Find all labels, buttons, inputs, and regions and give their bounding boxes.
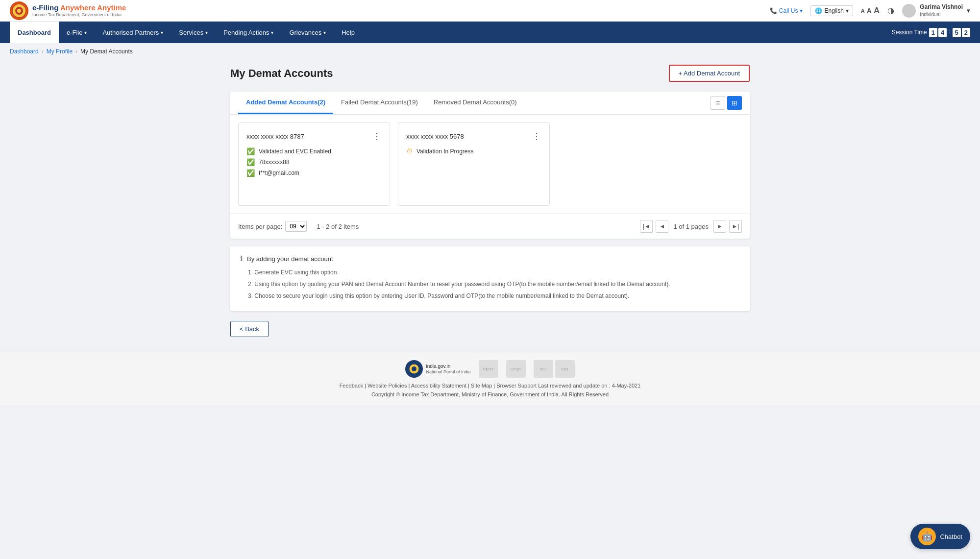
page-last-button[interactable]: ►|: [729, 220, 742, 233]
breadcrumb: Dashboard › My Profile › My Demat Accoun…: [0, 43, 980, 60]
logo-text: e-Filing Anywhere Anytime Income Tax Dep…: [32, 3, 126, 18]
demat-card-2-header: xxxx xxxx xxxx 5678 ⋮: [406, 131, 541, 142]
nav-grievances[interactable]: Grievances ▾: [281, 22, 334, 43]
avatar: [902, 4, 916, 18]
footer-logos: india.gov.inNational Portal of India CER…: [10, 360, 970, 378]
page-prev-button[interactable]: ◄: [656, 220, 668, 233]
call-us-button[interactable]: 📞 Call Us ▾: [770, 7, 803, 14]
page-info: 1 of 1 pages: [671, 223, 710, 230]
info-box: ℹ By adding your demat account Generate …: [230, 246, 750, 311]
page-next-button[interactable]: ►: [713, 220, 726, 233]
partners-chevron: ▾: [161, 30, 163, 35]
user-info: Garima Vishnoi Individual: [920, 3, 963, 18]
demat-card-2-menu[interactable]: ⋮: [532, 131, 541, 142]
top-bar-left: e-Filing Anywhere Anytime Income Tax Dep…: [10, 1, 126, 20]
item-count: 1 - 2 of 2 items: [317, 223, 359, 230]
demat-card-1-email-row: ✅ t**t@gmail.com: [246, 169, 382, 177]
grid-view-button[interactable]: ⊞: [727, 96, 742, 110]
nav-bar: Dashboard e-File ▾ Authorised Partners ▾…: [0, 22, 980, 43]
nav-pending-actions[interactable]: Pending Actions ▾: [216, 22, 281, 43]
info-item-1: Generate EVC using this option.: [240, 268, 740, 277]
phone-icon: 📞: [770, 7, 777, 14]
breadcrumb-sep-1: ›: [42, 48, 44, 55]
demat-card-2-status-row: ⏱ Validation In Progress: [406, 147, 541, 155]
pagination-controls: |◄ ◄ 1 of 1 pages ► ►|: [640, 220, 742, 233]
globe-icon: 🌐: [815, 7, 822, 14]
check-icon-1: ✅: [246, 147, 255, 155]
footer-logos-right: ISO ISO: [534, 360, 575, 378]
logo-emblem: [10, 1, 28, 20]
breadcrumb-profile[interactable]: My Profile: [47, 48, 73, 55]
session-digit-3: 5: [953, 28, 961, 37]
page-title: My Demat Accounts: [230, 67, 333, 80]
efile-chevron: ▾: [84, 30, 87, 35]
pagination-bar: Items per page: 09 18 27 1 - 2 of 2 item…: [230, 214, 750, 239]
info-box-header: ℹ By adding your demat account: [240, 254, 740, 263]
breadcrumb-dashboard[interactable]: Dashboard: [10, 48, 39, 55]
svg-point-2: [17, 9, 21, 13]
breadcrumb-current: My Demat Accounts: [80, 48, 133, 55]
demat-card-1-email: t**t@gmail.com: [259, 170, 299, 176]
top-bar-right: 📞 Call Us ▾ 🌐 English ▾ A A A ◑ Garima V…: [770, 3, 970, 18]
india-gov-label: india.gov.inNational Portal of India: [426, 364, 470, 374]
demat-card-1-menu[interactable]: ⋮: [372, 131, 382, 142]
nav-authorised-partners[interactable]: Authorised Partners ▾: [95, 22, 171, 43]
items-per-page: Items per page: 09 18 27: [238, 221, 307, 232]
page-first-button[interactable]: |◄: [640, 220, 653, 233]
tab-failed-demat[interactable]: Failed Demat Accounts(19): [333, 92, 426, 114]
session-digit-4: 2: [962, 28, 970, 37]
items-per-page-label: Items per page:: [238, 223, 282, 230]
svg-point-4: [412, 366, 416, 371]
nav-dashboard[interactable]: Dashboard: [10, 22, 59, 43]
demat-card-1: xxxx xxxx xxxx 8787 ⋮ ✅ Validated and EV…: [238, 122, 390, 206]
grievances-chevron: ▾: [323, 30, 326, 35]
breadcrumb-sep-2: ›: [75, 48, 77, 55]
demat-card-2-number: xxxx xxxx xxxx 5678: [406, 133, 464, 140]
add-demat-account-button[interactable]: + Add Demat Account: [669, 65, 750, 82]
logo-efiling: e-Filing Anywhere Anytime: [32, 3, 126, 12]
demat-card-1-header: xxxx xxxx xxxx 8787 ⋮: [246, 131, 382, 142]
font-medium-button[interactable]: A: [867, 7, 872, 15]
per-page-select[interactable]: 09 18 27: [285, 221, 307, 232]
demat-card-1-mobile-row: ✅ 78xxxxxx88: [246, 158, 382, 166]
footer-logo-4: ISO: [534, 360, 553, 378]
session-digit-2: 4: [938, 28, 947, 37]
footer-links: Feedback | Website Policies | Accessibil…: [10, 383, 970, 389]
clock-icon: ⏱: [406, 147, 413, 155]
tab-removed-demat[interactable]: Removed Demat Accounts(0): [426, 92, 525, 114]
check-icon-3: ✅: [246, 169, 255, 177]
footer-copyright: Copyright © Income Tax Department, Minis…: [10, 391, 970, 397]
back-button[interactable]: < Back: [230, 321, 269, 337]
nav-services[interactable]: Services ▾: [171, 22, 216, 43]
font-large-button[interactable]: A: [874, 6, 880, 16]
nav-help[interactable]: Help: [334, 22, 363, 43]
lang-chevron: ▾: [846, 7, 849, 14]
language-selector[interactable]: 🌐 English ▾: [810, 5, 853, 16]
session-digit-1: 1: [929, 28, 937, 37]
font-controls: A A A: [861, 6, 880, 16]
user-chevron: ▾: [967, 7, 970, 14]
demat-card-1-status: Validated and EVC Enabled: [259, 148, 331, 155]
tabs-left: Added Demat Accounts(2) Failed Demat Acc…: [238, 92, 525, 114]
footer: india.gov.inNational Portal of India CER…: [0, 352, 980, 405]
tabs-row: Added Demat Accounts(2) Failed Demat Acc…: [230, 92, 750, 115]
logo-area: e-Filing Anywhere Anytime Income Tax Dep…: [10, 1, 126, 20]
user-role: Individual: [920, 11, 963, 18]
user-profile-button[interactable]: Garima Vishnoi Individual ▾: [902, 3, 970, 18]
gov-emblem: [405, 360, 423, 378]
info-item-2: Using this option by quoting your PAN an…: [240, 280, 740, 289]
footer-logo-2: CERT: [479, 360, 498, 378]
info-header-text: By adding your demat account: [247, 255, 333, 263]
pending-chevron: ▾: [271, 30, 273, 35]
demat-card-1-status-row: ✅ Validated and EVC Enabled: [246, 147, 382, 155]
tab-added-demat[interactable]: Added Demat Accounts(2): [238, 92, 333, 114]
main-card: Added Demat Accounts(2) Failed Demat Acc…: [230, 92, 750, 239]
info-list: Generate EVC using this option. Using th…: [240, 268, 740, 300]
font-small-button[interactable]: A: [861, 8, 865, 14]
footer-logo-5: ISO: [555, 360, 575, 378]
nav-efile[interactable]: e-File ▾: [59, 22, 95, 43]
contrast-button[interactable]: ◑: [887, 6, 894, 15]
check-icon-2: ✅: [246, 158, 255, 166]
list-view-button[interactable]: ≡: [710, 96, 725, 110]
info-icon: ℹ: [240, 254, 243, 263]
